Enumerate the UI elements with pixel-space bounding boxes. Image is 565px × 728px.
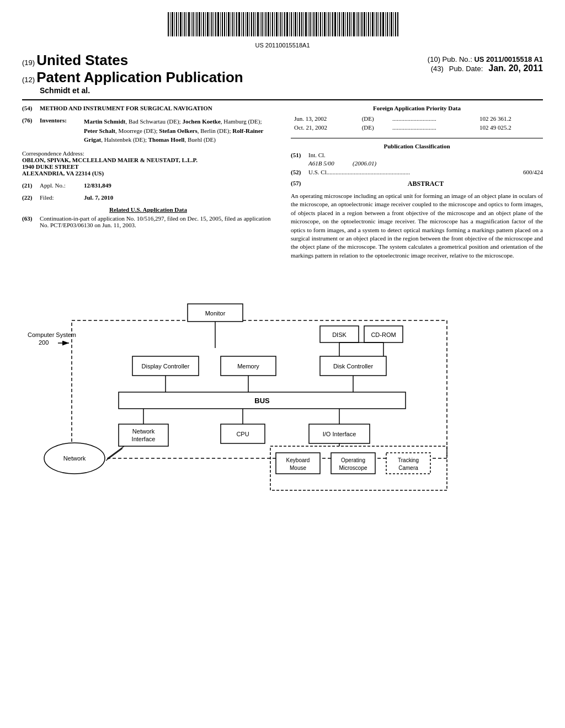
svg-rect-64 bbox=[299, 12, 300, 36]
field-63-row: (63) Continuation-in-part of application… bbox=[22, 215, 274, 228]
filed-date: Jul. 7, 2010 bbox=[84, 194, 274, 201]
svg-rect-36 bbox=[241, 12, 242, 36]
svg-rect-58 bbox=[286, 12, 288, 36]
field-54-row: (54) METHOD AND INSTRUMENT FOR SURGICAL … bbox=[22, 105, 274, 111]
svg-rect-54 bbox=[279, 12, 279, 36]
svg-rect-105 bbox=[385, 12, 386, 36]
pub-date-row: (43) Pub. Date: Jan. 20, 2011 bbox=[282, 63, 543, 73]
svg-rect-66 bbox=[303, 12, 304, 36]
pub-date-value: Jan. 20, 2011 bbox=[488, 63, 543, 73]
svg-rect-31 bbox=[231, 12, 231, 36]
svg-rect-45 bbox=[260, 12, 260, 36]
main-divider bbox=[22, 99, 543, 100]
network-interface-label: Network bbox=[132, 428, 155, 435]
related-title: Related U.S. Application Data bbox=[22, 206, 274, 213]
svg-rect-83 bbox=[339, 12, 340, 36]
memory-label: Memory bbox=[237, 363, 259, 370]
svg-rect-91 bbox=[356, 12, 356, 36]
us-cl-dots: ........................................… bbox=[328, 169, 523, 175]
foreign-priority-block: Foreign Application Priority Data Jun. 1… bbox=[291, 105, 543, 132]
cdrom-label: CD-ROM bbox=[371, 331, 396, 338]
svg-rect-34 bbox=[236, 12, 237, 36]
io-interface-label: I/O Interface bbox=[323, 431, 356, 437]
int-cl-value: A61B 5/00 bbox=[308, 160, 353, 167]
svg-rect-104 bbox=[382, 12, 384, 36]
tag12-line: (12) Patent Application Publication bbox=[22, 69, 282, 86]
svg-rect-29 bbox=[226, 12, 227, 36]
svg-rect-97 bbox=[368, 12, 369, 36]
svg-rect-69 bbox=[310, 12, 311, 36]
related-app-block: Related U.S. Application Data (63) Conti… bbox=[22, 206, 274, 228]
svg-rect-51 bbox=[272, 12, 273, 36]
pub-no-value: US 2011/0015518 A1 bbox=[474, 55, 543, 63]
corr-label: Correspondence Address: bbox=[22, 150, 274, 157]
svg-text:Interface: Interface bbox=[132, 436, 156, 442]
field-76-row: (76) Inventors: Martin Schmidt, Bad Schw… bbox=[22, 117, 274, 144]
corr-street: 1940 DUKE STREET bbox=[22, 163, 274, 170]
svg-rect-80 bbox=[332, 12, 333, 36]
field-22-row: (22) Filed: Jul. 7, 2010 bbox=[22, 194, 274, 201]
us-cl-row: (52) U.S. Cl. ..........................… bbox=[291, 169, 543, 175]
svg-rect-20 bbox=[207, 12, 209, 36]
class-divider bbox=[291, 138, 543, 138]
svg-rect-81 bbox=[334, 12, 336, 36]
diagram-area: Computer System 200 Monitor DISK CD-ROM … bbox=[22, 271, 543, 494]
svg-rect-108 bbox=[391, 12, 392, 36]
svg-rect-111 bbox=[397, 12, 398, 36]
abstract-section: (57) ABSTRACT An operating microscope in… bbox=[291, 180, 543, 260]
svg-rect-57 bbox=[284, 12, 285, 36]
svg-rect-17 bbox=[201, 12, 202, 36]
svg-rect-3 bbox=[172, 12, 173, 36]
priority-country-2: (DE) bbox=[360, 124, 389, 131]
patent-type-title: Patent Application Publication bbox=[36, 69, 243, 85]
svg-rect-100 bbox=[375, 12, 375, 36]
inventors-label: Inventors: bbox=[40, 117, 84, 144]
svg-rect-101 bbox=[376, 12, 377, 36]
priority-table: Jun. 13, 2002 (DE) .....................… bbox=[291, 114, 543, 132]
int-cl-value-row: A61B 5/00 (2006.01) bbox=[291, 160, 543, 167]
svg-rect-14 bbox=[195, 12, 195, 36]
svg-rect-92 bbox=[358, 12, 359, 36]
svg-rect-61 bbox=[293, 12, 294, 36]
svg-rect-11 bbox=[188, 12, 190, 36]
svg-rect-28 bbox=[224, 12, 225, 36]
field-21-row: (21) Appl. No.: 12/831,849 bbox=[22, 182, 274, 189]
pub-class-title: Publication Classification bbox=[291, 143, 543, 149]
svg-rect-96 bbox=[366, 12, 367, 36]
svg-rect-24 bbox=[215, 12, 216, 36]
bus-label: BUS bbox=[254, 397, 270, 405]
int-cl-row: (51) Int. Cl. bbox=[291, 152, 543, 158]
svg-rect-46 bbox=[262, 12, 263, 36]
priority-date-1: Jun. 13, 2002 bbox=[292, 115, 359, 122]
field-76: (76) Inventors: Martin Schmidt, Bad Schw… bbox=[22, 117, 274, 144]
priority-dots-1: ............................. bbox=[390, 115, 476, 122]
svg-rect-48 bbox=[265, 12, 266, 36]
tag10: (10) bbox=[428, 55, 440, 63]
appl-no: 12/831,849 bbox=[84, 182, 274, 189]
inventors-header-line: Schmidt et al. bbox=[22, 86, 282, 95]
svg-rect-8 bbox=[183, 12, 183, 36]
svg-rect-72 bbox=[316, 12, 317, 36]
tag22: (22) bbox=[22, 194, 40, 201]
priority-country-1: (DE) bbox=[360, 115, 389, 122]
svg-rect-82 bbox=[337, 12, 338, 36]
svg-rect-43 bbox=[255, 12, 256, 36]
svg-rect-25 bbox=[217, 12, 219, 36]
correspondence-block: Correspondence Address: OBLON, SPIVAK, M… bbox=[22, 150, 274, 176]
priority-number-1: 102 26 361.2 bbox=[477, 115, 542, 122]
svg-rect-93 bbox=[360, 12, 360, 36]
right-column: Foreign Application Priority Data Jun. 1… bbox=[291, 105, 543, 260]
svg-rect-79 bbox=[331, 12, 331, 36]
tag57: (57) bbox=[291, 180, 308, 190]
svg-rect-6 bbox=[178, 12, 179, 36]
svg-text:Microscope: Microscope bbox=[339, 465, 367, 471]
svg-rect-32 bbox=[232, 12, 233, 36]
tag52: (52) bbox=[291, 169, 308, 175]
inventors-text: Martin Schmidt, Bad Schwartau (DE); Joch… bbox=[84, 117, 274, 144]
svg-rect-110 bbox=[395, 12, 396, 36]
svg-rect-1 bbox=[168, 12, 169, 36]
svg-rect-128 bbox=[119, 424, 168, 446]
int-cl-label: Int. Cl. bbox=[308, 152, 326, 158]
tag54: (54) bbox=[22, 105, 40, 111]
svg-rect-84 bbox=[341, 12, 342, 36]
